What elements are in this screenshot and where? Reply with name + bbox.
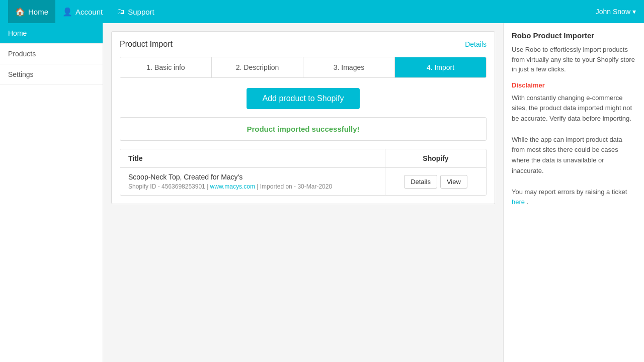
details-button[interactable]: Details xyxy=(404,175,437,189)
card-details-link[interactable]: Details xyxy=(465,40,487,48)
product-table: Title Shopify Scoop-Neck Top, Created fo… xyxy=(120,149,487,196)
card-title: Product Import xyxy=(120,40,173,49)
right-panel: Robo Product Importer Use Robo to effort… xyxy=(503,23,644,362)
sidebar-item-products[interactable]: Products xyxy=(0,44,103,64)
step-images[interactable]: 3. Images xyxy=(303,57,395,77)
sidebar-item-home[interactable]: Home xyxy=(0,23,103,44)
step-description[interactable]: 2. Description xyxy=(212,57,303,77)
table-header: Title Shopify xyxy=(120,149,486,168)
product-shopify-cell: Details View xyxy=(385,168,486,195)
user-name: John Snow xyxy=(596,8,630,16)
account-icon: 👤 xyxy=(62,7,72,17)
steps-nav: 1. Basic info 2. Description 3. Images 4… xyxy=(120,57,487,78)
rp-disclaimer-title: Disclaimer xyxy=(512,81,636,89)
card-header: Product Import Details xyxy=(120,40,487,49)
sidebar-products-label: Products xyxy=(8,50,36,58)
col-title-header: Title xyxy=(120,149,385,167)
sidebar-home-label: Home xyxy=(8,29,27,37)
col-shopify-header: Shopify xyxy=(385,149,486,167)
product-meta: Shopify ID - 4563698253901 | www.macys.c… xyxy=(128,183,377,190)
nav-account[interactable]: 👤 Account xyxy=(55,0,110,23)
rp-disclaimer-period: . xyxy=(527,198,529,206)
user-menu[interactable]: John Snow ▾ xyxy=(596,8,636,16)
sidebar-settings-label: Settings xyxy=(8,70,34,78)
step-import[interactable]: 4. Import xyxy=(395,57,486,77)
main-content: Product Import Details 1. Basic info 2. … xyxy=(103,23,503,362)
success-message: Product imported successfully! xyxy=(120,117,487,141)
product-title-cell: Scoop-Neck Top, Created for Macy's Shopi… xyxy=(120,168,385,195)
product-import-card: Product Import Details 1. Basic info 2. … xyxy=(111,31,495,204)
rp-disclaimer-text-3: You may report errors by raising a ticke… xyxy=(512,188,627,196)
rp-title: Robo Product Importer xyxy=(512,31,636,40)
table-row: Scoop-Neck Top, Created for Macy's Shopi… xyxy=(120,168,486,195)
sidebar: Home Products Settings xyxy=(0,23,103,362)
rp-disclaimer-text-1: With constantly changing e-commerce site… xyxy=(512,94,632,123)
support-icon: 🗂 xyxy=(117,7,125,16)
nav-home[interactable]: 🏠 Home xyxy=(8,0,55,23)
nav-account-label: Account xyxy=(75,8,103,16)
sidebar-item-settings[interactable]: Settings xyxy=(0,64,103,85)
nav-support-label: Support xyxy=(128,8,154,16)
imported-on: Imported on - 30-Mar-2020 xyxy=(260,183,332,190)
rp-disclaimer-link[interactable]: here xyxy=(512,198,525,206)
shopify-id: Shopify ID - 4563698253901 xyxy=(128,183,205,190)
rp-disclaimer-body: With constantly changing e-commerce site… xyxy=(512,93,636,208)
product-name: Scoop-Neck Top, Created for Macy's xyxy=(128,173,377,181)
rp-disclaimer-text-2: While the app can import product data fr… xyxy=(512,136,622,174)
view-button[interactable]: View xyxy=(440,175,467,189)
step-basic-info[interactable]: 1. Basic info xyxy=(120,57,212,77)
layout: Home Products Settings Product Import De… xyxy=(0,23,644,362)
nav-home-label: Home xyxy=(28,8,48,16)
source-url[interactable]: www.macys.com xyxy=(210,183,255,190)
user-caret-icon: ▾ xyxy=(632,8,636,16)
home-icon: 🏠 xyxy=(15,7,25,17)
top-nav: 🏠 Home 👤 Account 🗂 Support John Snow ▾ xyxy=(0,0,644,23)
rp-description: Use Robo to effortlessly import products… xyxy=(512,45,636,74)
nav-support[interactable]: 🗂 Support xyxy=(110,0,162,23)
add-product-button[interactable]: Add product to Shopify xyxy=(247,88,360,109)
